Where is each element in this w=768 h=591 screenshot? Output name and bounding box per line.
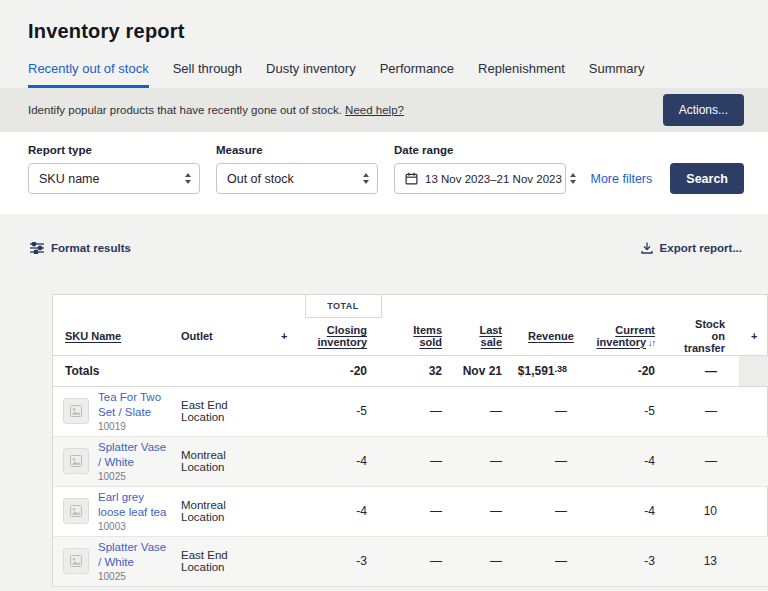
search-button[interactable]: Search bbox=[670, 163, 744, 194]
sku-code: 10003 bbox=[98, 521, 169, 532]
product-thumbnail bbox=[63, 448, 89, 474]
outlet-cell: East End Location bbox=[169, 386, 269, 436]
col-revenue[interactable]: Revenue bbox=[516, 317, 581, 355]
measure-select[interactable]: Out of stock bbox=[216, 163, 378, 194]
totals-last-sale: Nov 21 bbox=[456, 355, 516, 386]
total-band-label: TOTAL bbox=[305, 295, 381, 317]
totals-items-sold: 32 bbox=[381, 355, 456, 386]
tab-summary[interactable]: Summary bbox=[589, 61, 645, 88]
current-cell: -5 bbox=[581, 386, 669, 436]
date-range-select[interactable]: 13 Nov 2023–21 Nov 2023 bbox=[394, 163, 566, 194]
items-sold-cell: — bbox=[381, 386, 456, 436]
report-table-container: TOTAL SKU Name Outlet + Closing inventor… bbox=[52, 294, 768, 587]
product-link[interactable]: Splatter Vase / White bbox=[98, 440, 169, 469]
banner-message: Identify popular products that have rece… bbox=[28, 104, 342, 116]
report-type-field: Report type SKU name bbox=[28, 144, 200, 194]
sliders-icon bbox=[30, 242, 44, 254]
date-range-field: Date range 13 Nov 2023–21 Nov 2023 bbox=[394, 144, 566, 194]
last-sale-cell: — bbox=[456, 536, 516, 586]
tab-replenishment[interactable]: Replenishment bbox=[478, 61, 565, 88]
product-thumbnail bbox=[63, 498, 89, 524]
last-sale-cell: — bbox=[456, 486, 516, 536]
download-icon bbox=[641, 242, 653, 254]
transfer-cell: 10 bbox=[669, 486, 739, 536]
revenue-cell: — bbox=[516, 386, 581, 436]
current-cell: -4 bbox=[581, 486, 669, 536]
items-sold-cell: — bbox=[381, 486, 456, 536]
calendar-icon bbox=[405, 172, 418, 185]
sku-code: 10019 bbox=[98, 421, 169, 432]
col-last-sale[interactable]: Last sale bbox=[456, 317, 516, 355]
closing-cell: -3 bbox=[305, 536, 381, 586]
filter-bar: Report type SKU name Measure Out of stoc… bbox=[0, 132, 768, 214]
report-table: TOTAL SKU Name Outlet + Closing inventor… bbox=[53, 295, 768, 587]
transfer-cell: 13 bbox=[669, 536, 739, 586]
last-sale-cell: — bbox=[456, 386, 516, 436]
revenue-cell: — bbox=[516, 536, 581, 586]
items-sold-cell: — bbox=[381, 436, 456, 486]
totals-current: -20 bbox=[581, 355, 669, 386]
outlet-cell: Montreal Location bbox=[169, 436, 269, 486]
col-current-inventory[interactable]: Current inventory↓↑ bbox=[581, 317, 669, 355]
actions-button[interactable]: Actions... bbox=[663, 94, 744, 126]
table-row: Splatter Vase / White 10025 East End Loc… bbox=[53, 536, 768, 586]
page-header: Inventory report Recently out of stock S… bbox=[0, 0, 768, 88]
measure-label: Measure bbox=[216, 144, 378, 156]
need-help-link[interactable]: Need help? bbox=[345, 104, 404, 116]
col-closing-inventory[interactable]: Closing inventory bbox=[305, 317, 381, 355]
closing-cell: -4 bbox=[305, 436, 381, 486]
col-items-sold[interactable]: Items sold bbox=[381, 317, 456, 355]
totals-row: Totals -20 32 Nov 21 $1,591.38 -20 — bbox=[53, 355, 768, 386]
current-cell: -4 bbox=[581, 436, 669, 486]
measure-value: Out of stock bbox=[227, 172, 294, 186]
outlet-cell: Montreal Location bbox=[169, 486, 269, 536]
stepper-icon bbox=[185, 173, 191, 184]
last-sale-cell: — bbox=[456, 436, 516, 486]
totals-revenue: $1,591.38 bbox=[516, 355, 581, 386]
tab-recently-out-of-stock[interactable]: Recently out of stock bbox=[28, 61, 149, 88]
table-row: Earl grey loose leaf tea 10003 Montreal … bbox=[53, 486, 768, 536]
report-type-select[interactable]: SKU name bbox=[28, 163, 200, 194]
report-type-label: Report type bbox=[28, 144, 200, 156]
totals-transfer: — bbox=[669, 355, 739, 386]
product-link[interactable]: Tea For Two Set / Slate bbox=[98, 390, 169, 419]
tab-dusty-inventory[interactable]: Dusty inventory bbox=[266, 61, 356, 88]
col-sku-name[interactable]: SKU Name bbox=[53, 317, 169, 355]
transfer-cell: — bbox=[669, 436, 739, 486]
product-link[interactable]: Earl grey loose leaf tea bbox=[98, 490, 169, 519]
measure-field: Measure Out of stock bbox=[216, 144, 378, 194]
stepper-icon bbox=[570, 173, 576, 184]
page-title: Inventory report bbox=[28, 20, 740, 43]
col-stock-on-transfer: Stock on transfer bbox=[669, 317, 739, 355]
add-column-button-left[interactable]: + bbox=[269, 317, 305, 355]
add-column-button-right[interactable]: + bbox=[739, 317, 768, 355]
totals-closing: -20 bbox=[305, 355, 381, 386]
totals-label: Totals bbox=[53, 355, 305, 386]
transfer-cell: — bbox=[669, 386, 739, 436]
results-toolbar: Format results Export report... bbox=[0, 214, 768, 254]
stepper-icon bbox=[363, 173, 369, 184]
date-range-value: 13 Nov 2023–21 Nov 2023 bbox=[425, 173, 562, 185]
closing-cell: -4 bbox=[305, 486, 381, 536]
export-report-label: Export report... bbox=[660, 242, 742, 254]
tab-performance[interactable]: Performance bbox=[380, 61, 454, 88]
sku-code: 10025 bbox=[98, 471, 169, 482]
table-row: Splatter Vase / White 10025 Montreal Loc… bbox=[53, 436, 768, 486]
format-results-label: Format results bbox=[51, 242, 131, 254]
revenue-cell: — bbox=[516, 486, 581, 536]
revenue-cell: — bbox=[516, 436, 581, 486]
tab-sell-through[interactable]: Sell through bbox=[173, 61, 242, 88]
format-results-button[interactable]: Format results bbox=[30, 242, 131, 254]
info-banner: Identify popular products that have rece… bbox=[0, 88, 768, 132]
total-band-row: TOTAL bbox=[53, 295, 768, 317]
date-range-label: Date range bbox=[394, 144, 566, 156]
col-outlet: Outlet bbox=[169, 317, 269, 355]
report-type-value: SKU name bbox=[39, 172, 99, 186]
closing-cell: -5 bbox=[305, 386, 381, 436]
product-link[interactable]: Splatter Vase / White bbox=[98, 540, 169, 569]
sort-icon: ↓↑ bbox=[648, 338, 655, 348]
more-filters-link[interactable]: More filters bbox=[590, 172, 652, 186]
outlet-cell: East End Location bbox=[169, 536, 269, 586]
sku-code: 10025 bbox=[98, 571, 169, 582]
export-report-button[interactable]: Export report... bbox=[641, 242, 742, 254]
